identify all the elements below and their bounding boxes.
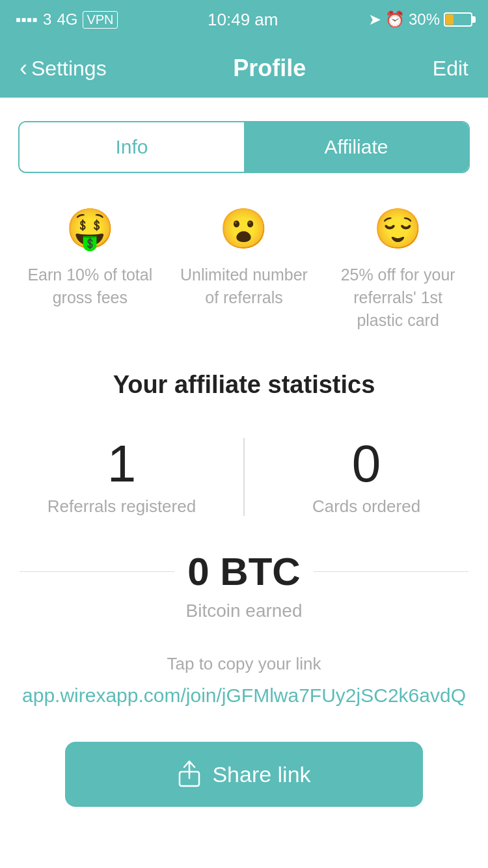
feature-item-0: 🤑 Earn 10% of total gross fees (25, 206, 155, 332)
tab-info[interactable]: Info (20, 122, 244, 172)
vpn-badge: VPN (83, 11, 117, 29)
stats-row: 1 Referrals registered 0 Cards ordered (0, 431, 488, 523)
btc-value: 0 BTC (174, 549, 313, 594)
feature-emoji-2: 😌 (373, 206, 422, 252)
alarm-icon: ⏰ (385, 10, 405, 29)
carrier-label: 3 (43, 10, 51, 29)
share-link-label: Share link (212, 762, 310, 787)
copy-prompt: Tap to copy your link (0, 654, 488, 674)
features-section: 🤑 Earn 10% of total gross fees 😮 Unlimit… (0, 173, 488, 351)
status-bar: ▪▪▪▪ 3 4G VPN 10:49 am ➤ ⏰ 30% (0, 0, 488, 39)
stat-referrals: 1 Referrals registered (0, 431, 243, 523)
feature-emoji-1: 😮 (219, 206, 268, 252)
nav-bar: ‹ Settings Profile Edit (0, 39, 488, 98)
signal-icon: ▪▪▪▪ (16, 10, 38, 29)
feature-text-1: Unlimited number of referrals (179, 264, 309, 309)
network-label: 4G (57, 10, 77, 29)
page-title: Profile (233, 55, 306, 82)
feature-emoji-0: 🤑 (66, 206, 115, 252)
location-icon: ➤ (368, 10, 381, 29)
feature-item-2: 😌 25% off for your referrals' 1st plasti… (333, 206, 463, 332)
cards-label: Cards ordered (312, 496, 420, 517)
battery-icon (444, 12, 472, 27)
feature-text-2: 25% off for your referrals' 1st plastic … (333, 264, 463, 332)
status-right: ➤ ⏰ 30% (368, 10, 472, 29)
share-link-button[interactable]: Share link (65, 742, 423, 807)
edit-button[interactable]: Edit (433, 57, 468, 81)
btc-line-right (314, 571, 468, 572)
btc-section: 0 BTC (20, 549, 468, 594)
back-label: Settings (31, 57, 107, 81)
feature-text-0: Earn 10% of total gross fees (25, 264, 155, 309)
feature-item-1: 😮 Unlimited number of referrals (179, 206, 309, 332)
referrals-label: Referrals registered (47, 496, 196, 517)
btc-line-left (20, 571, 174, 572)
stat-cards: 0 Cards ordered (245, 431, 488, 523)
back-button[interactable]: ‹ Settings (20, 55, 107, 82)
status-time: 10:49 am (208, 10, 278, 30)
referrals-count: 1 (107, 438, 137, 490)
cards-count: 0 (352, 438, 381, 490)
battery-percent: 30% (409, 10, 440, 29)
stats-title: Your affiliate statistics (0, 371, 488, 399)
btc-label: Bitcoin earned (0, 601, 488, 621)
tab-affiliate[interactable]: Affiliate (244, 122, 468, 172)
affiliate-link[interactable]: app.wirexapp.com/join/jGFMlwa7FUy2jSC2k6… (0, 682, 488, 709)
back-chevron-icon: ‹ (20, 55, 27, 82)
status-left: ▪▪▪▪ 3 4G VPN (16, 10, 118, 29)
share-icon (177, 760, 202, 789)
tab-switcher: Info Affiliate (18, 121, 470, 173)
